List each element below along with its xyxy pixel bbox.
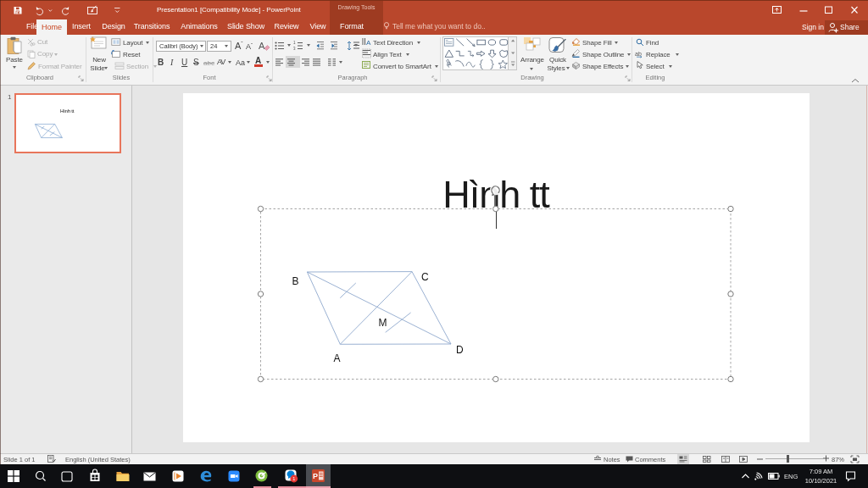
svg-text:3: 3 [293, 47, 296, 51]
svg-text:1: 1 [293, 41, 296, 45]
svg-text:A: A [366, 39, 371, 47]
svg-text:A: A [259, 41, 265, 51]
svg-text:1: 1 [292, 476, 295, 481]
svg-text:P: P [313, 472, 318, 480]
